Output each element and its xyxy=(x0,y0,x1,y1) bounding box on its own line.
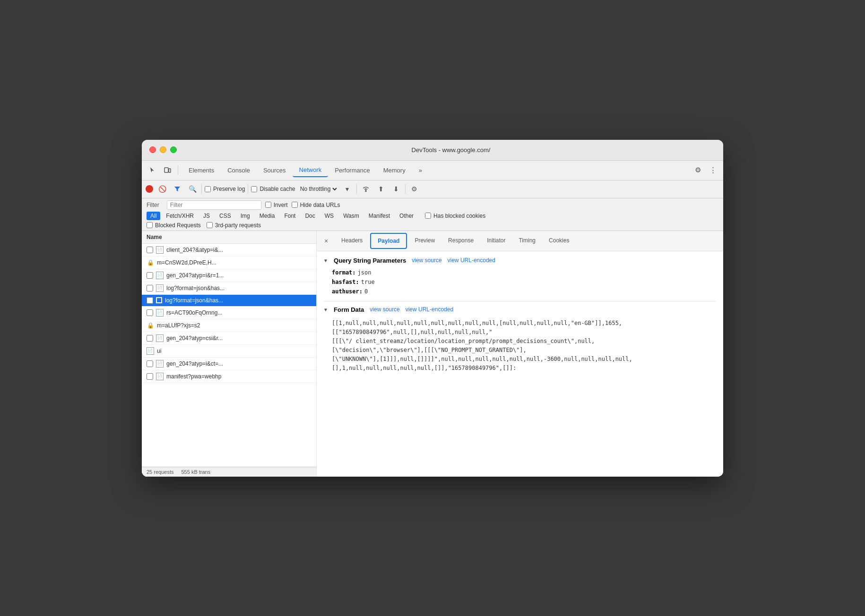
cursor-icon[interactable] xyxy=(146,163,159,177)
download-icon[interactable]: ⬇ xyxy=(390,183,402,195)
form-view-url-encoded-link[interactable]: view URL-encoded xyxy=(406,306,453,313)
hide-data-urls-checkbox[interactable] xyxy=(292,202,298,208)
request-checkbox[interactable] xyxy=(147,360,153,367)
devtools-window: DevTools - www.google.com/ Elements Cons… xyxy=(142,140,723,477)
tab-initiator[interactable]: Initiator xyxy=(480,233,512,248)
throttle-chevron-icon[interactable]: ▾ xyxy=(341,183,354,195)
form-data-line: [[[\"/ client_streamz/location/location_… xyxy=(332,337,708,346)
filter-font-btn[interactable]: Font xyxy=(280,212,299,220)
request-checkbox[interactable] xyxy=(147,309,153,316)
query-string-section-header: ▼ Query String Parameters view source vi… xyxy=(324,257,716,264)
filter-fetch-btn[interactable]: Fetch/XHR xyxy=(162,212,198,220)
tab-response[interactable]: Response xyxy=(441,233,480,248)
list-item-selected[interactable]: log?format=json&has... xyxy=(142,295,316,307)
has-blocked-cookies-checkbox[interactable] xyxy=(425,213,431,219)
clear-icon[interactable]: 🚫 xyxy=(156,183,168,195)
tab-elements[interactable]: Elements xyxy=(182,164,221,177)
preserve-log-checkbox[interactable] xyxy=(205,186,211,192)
tab-console[interactable]: Console xyxy=(221,164,257,177)
payload-panel: × Headers Payload Preview Response Initi… xyxy=(317,231,723,477)
filter-row3: Blocked Requests 3rd-party requests xyxy=(147,222,718,229)
filter-css-btn[interactable]: CSS xyxy=(216,212,235,220)
third-party-checkbox[interactable] xyxy=(207,222,213,228)
window-title: DevTools - www.google.com/ xyxy=(186,146,716,154)
tab-network[interactable]: Network xyxy=(293,163,329,177)
more-options-icon[interactable]: ⋮ xyxy=(706,163,719,177)
query-view-url-encoded-link[interactable]: view URL-encoded xyxy=(448,257,495,264)
request-checkbox[interactable] xyxy=(147,297,153,304)
request-checkbox[interactable] xyxy=(147,335,153,342)
request-list-header: Name xyxy=(142,231,316,244)
devtools-body: Elements Console Sources Network Perform… xyxy=(142,161,723,477)
list-item[interactable]: 📄 rs=ACT90oFqOrnng... xyxy=(142,307,316,319)
filter-icon[interactable] xyxy=(171,183,183,195)
request-checkbox[interactable] xyxy=(147,373,153,380)
doc-icon: 📄 xyxy=(156,284,164,292)
filter-img-btn[interactable]: Img xyxy=(237,212,254,220)
toolbar-separator xyxy=(178,165,178,175)
traffic-lights xyxy=(149,146,177,153)
close-button[interactable] xyxy=(149,146,156,153)
form-view-source-link[interactable]: view source xyxy=(370,306,399,313)
maximize-button[interactable] xyxy=(170,146,177,153)
wifi-settings-icon[interactable] xyxy=(360,183,372,195)
filter-ws-btn[interactable]: WS xyxy=(321,212,337,220)
tab-preview[interactable]: Preview xyxy=(408,233,441,248)
list-item[interactable]: 🔒 m=CnSW2d,DPreE,H... xyxy=(142,257,316,269)
list-item[interactable]: 📄 ui xyxy=(142,345,316,358)
section-divider xyxy=(324,301,716,301)
invert-checkbox[interactable] xyxy=(265,202,271,208)
close-panel-button[interactable]: × xyxy=(320,235,332,247)
filter-doc-btn[interactable]: Doc xyxy=(301,212,319,220)
filter-input[interactable] xyxy=(167,200,261,210)
network-settings-icon[interactable]: ⚙ xyxy=(408,183,421,195)
request-checkbox[interactable] xyxy=(147,247,153,253)
filter-other-btn[interactable]: Other xyxy=(396,212,417,220)
filter-manifest-btn[interactable]: Manifest xyxy=(365,212,394,220)
tab-performance[interactable]: Performance xyxy=(328,164,376,177)
list-item[interactable]: 🔒 m=aLUfP?xjs=s2 xyxy=(142,319,316,332)
triangle-icon2: ▼ xyxy=(324,307,327,312)
blocked-requests-checkbox[interactable] xyxy=(147,222,153,228)
settings-icon[interactable]: ⚙ xyxy=(691,163,704,177)
upload-icon[interactable]: ⬆ xyxy=(375,183,387,195)
tab-timing[interactable]: Timing xyxy=(512,233,542,248)
has-blocked-cookies-label[interactable]: Has blocked cookies xyxy=(425,213,485,219)
disable-cache-label[interactable]: Disable cache xyxy=(251,186,295,192)
list-item[interactable]: 📄 gen_204?atyp=i&ct=... xyxy=(142,358,316,370)
query-view-source-link[interactable]: view source xyxy=(412,257,441,264)
request-checkbox[interactable] xyxy=(147,285,153,291)
record-button[interactable] xyxy=(146,185,153,193)
blocked-requests-label[interactable]: Blocked Requests xyxy=(147,222,201,229)
third-party-label[interactable]: 3rd-party requests xyxy=(207,222,261,229)
list-item[interactable]: 📄 gen_204?atyp=i&r=1... xyxy=(142,269,316,282)
filter-all-btn[interactable]: All xyxy=(147,212,160,220)
transfer-size: 555 kB trans xyxy=(181,469,210,475)
filter-media-btn[interactable]: Media xyxy=(256,212,279,220)
list-item[interactable]: 📄 client_204?&atyp=i&... xyxy=(142,244,316,257)
tab-sources[interactable]: Sources xyxy=(257,164,293,177)
request-checkbox[interactable] xyxy=(147,272,153,279)
throttle-select[interactable]: No throttling xyxy=(298,185,338,193)
param-key-format: format: xyxy=(332,269,356,276)
tab-payload[interactable]: Payload xyxy=(370,233,407,249)
preserve-log-label[interactable]: Preserve log xyxy=(205,186,245,192)
disable-cache-checkbox[interactable] xyxy=(251,186,257,192)
tab-more[interactable]: » xyxy=(412,164,429,177)
doc-icon: 📄 xyxy=(156,373,164,380)
search-icon[interactable]: 🔍 xyxy=(186,183,199,195)
hide-data-urls-label[interactable]: Hide data URLs xyxy=(292,202,340,208)
tab-memory[interactable]: Memory xyxy=(377,164,412,177)
filter-wasm-btn[interactable]: Wasm xyxy=(339,212,363,220)
minimize-button[interactable] xyxy=(160,146,166,153)
device-toggle-icon[interactable] xyxy=(161,163,174,177)
list-item[interactable]: 📄 manifest?pwa=webhp xyxy=(142,370,316,383)
filter-js-btn[interactable]: JS xyxy=(199,212,214,220)
invert-label[interactable]: Invert xyxy=(265,202,288,208)
request-count: 25 requests xyxy=(147,469,173,475)
tab-cookies[interactable]: Cookies xyxy=(542,233,576,248)
list-item[interactable]: 📄 gen_204?atyp=csi&r... xyxy=(142,332,316,345)
tab-headers[interactable]: Headers xyxy=(335,233,369,248)
list-item[interactable]: 📄 log?format=json&has... xyxy=(142,282,316,295)
param-key-authuser: authuser: xyxy=(332,288,363,295)
